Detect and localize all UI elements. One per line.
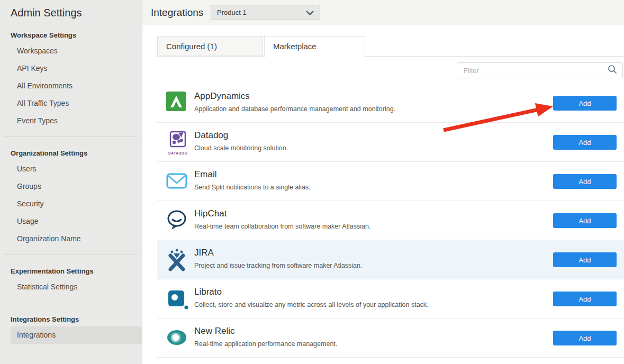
- chevron-down-icon: [306, 8, 314, 17]
- sidebar-heading-organizational-settings: Organizational Settings: [11, 149, 142, 157]
- tab-configured[interactable]: Configured (1): [157, 36, 263, 56]
- add-datadog-button[interactable]: Add: [553, 135, 617, 150]
- sidebar-divider: [4, 254, 138, 255]
- integration-row-email: Email Send Split notifications to a sing…: [157, 162, 624, 201]
- sidebar-divider: [4, 136, 138, 137]
- integration-row-appdynamics: AppDynamics Application and database per…: [157, 84, 624, 123]
- integration-description: Cloud scale monitoring solution.: [194, 144, 288, 152]
- integration-row-datadog: DATADOG Datadog Cloud scale monitoring s…: [157, 123, 624, 162]
- admin-sidebar: Admin Settings Workspace Settings Worksp…: [0, 0, 142, 364]
- add-email-button[interactable]: Add: [553, 174, 617, 189]
- product-selector-value: Product 1: [217, 8, 247, 16]
- integration-description: Project and issue tracking from software…: [194, 262, 363, 269]
- add-appdynamics-button[interactable]: Add: [553, 96, 617, 111]
- sidebar-divider: [4, 303, 138, 303]
- add-jira-button[interactable]: Add: [553, 252, 617, 267]
- integration-description: Collect, store and visualize any metric …: [194, 301, 429, 308]
- integration-row-librato: Librato Collect, store and visualize any…: [157, 279, 624, 319]
- integration-row-hipchat: HipChat Real-time team collaboration fro…: [157, 201, 624, 240]
- integration-description: Real-time team collaboration from softwa…: [194, 223, 370, 230]
- integration-description: Application and database performance man…: [194, 105, 395, 113]
- tab-bar: Configured (1) Marketplace: [157, 36, 624, 57]
- sidebar-item-users[interactable]: Users: [0, 160, 142, 178]
- product-selector-dropdown[interactable]: Product 1: [211, 5, 320, 20]
- integration-description: Real-time application performance manage…: [194, 340, 337, 348]
- integration-list: AppDynamics Application and database per…: [157, 84, 624, 358]
- integration-name: AppDynamics: [194, 91, 250, 102]
- sidebar-item-all-environments[interactable]: All Environments: [0, 77, 142, 95]
- sidebar-item-security[interactable]: Security: [0, 195, 142, 213]
- datadog-icon: DATADOG: [166, 131, 189, 155]
- sidebar-item-organization-name[interactable]: Organization Name: [0, 230, 142, 248]
- datadog-wordmark: DATADOG: [166, 151, 189, 155]
- filter-field-container: [457, 62, 623, 78]
- newrelic-icon: [166, 326, 189, 351]
- sidebar-heading-workspace-settings: Workspace Settings: [11, 31, 142, 39]
- add-hipchat-button[interactable]: Add: [553, 213, 617, 228]
- email-envelope-icon: [166, 170, 189, 194]
- search-icon: [608, 65, 617, 76]
- sidebar-item-groups[interactable]: Groups: [0, 178, 142, 195]
- integration-row-newrelic: New Relic Real-time application performa…: [157, 319, 624, 358]
- integration-name: Datadog: [194, 130, 228, 141]
- add-newrelic-button[interactable]: Add: [553, 331, 617, 345]
- sidebar-item-statistical-settings[interactable]: Statistical Settings: [0, 278, 142, 296]
- hipchat-bubble-icon: [166, 209, 189, 233]
- sidebar-item-api-keys[interactable]: API Keys: [0, 60, 142, 77]
- filter-input[interactable]: [457, 67, 608, 75]
- sidebar-item-workspaces[interactable]: Workspaces: [0, 42, 142, 60]
- jira-icon: [166, 248, 189, 272]
- sidebar-item-integrations[interactable]: Integrations: [11, 326, 142, 344]
- page-title: Integrations: [151, 0, 203, 25]
- integration-row-jira: JIRA Project and issue tracking from sof…: [157, 240, 624, 279]
- integration-name: New Relic: [194, 326, 235, 336]
- sidebar-title: Admin Settings: [11, 7, 142, 19]
- add-librato-button[interactable]: Add: [553, 292, 617, 306]
- tab-marketplace[interactable]: Marketplace: [264, 36, 365, 57]
- integration-name: JIRA: [194, 248, 214, 258]
- sidebar-item-usage[interactable]: Usage: [0, 213, 142, 230]
- integration-description: Send Split notifications to a single ali…: [194, 184, 311, 191]
- sidebar-item-event-types[interactable]: Event Types: [0, 112, 142, 130]
- sidebar-item-all-traffic-types[interactable]: All Traffic Types: [0, 95, 142, 112]
- integration-name: HipChat: [194, 208, 227, 219]
- librato-icon: [166, 287, 189, 312]
- page-header: Integrations Product 1: [142, 0, 624, 25]
- appdynamics-icon: [166, 92, 189, 116]
- integration-name: Librato: [194, 287, 222, 297]
- integration-name: Email: [194, 169, 217, 180]
- sidebar-heading-integrations-settings: Integrations Settings: [11, 315, 142, 323]
- sidebar-heading-experimentation-settings: Experimentation Settings: [11, 267, 142, 275]
